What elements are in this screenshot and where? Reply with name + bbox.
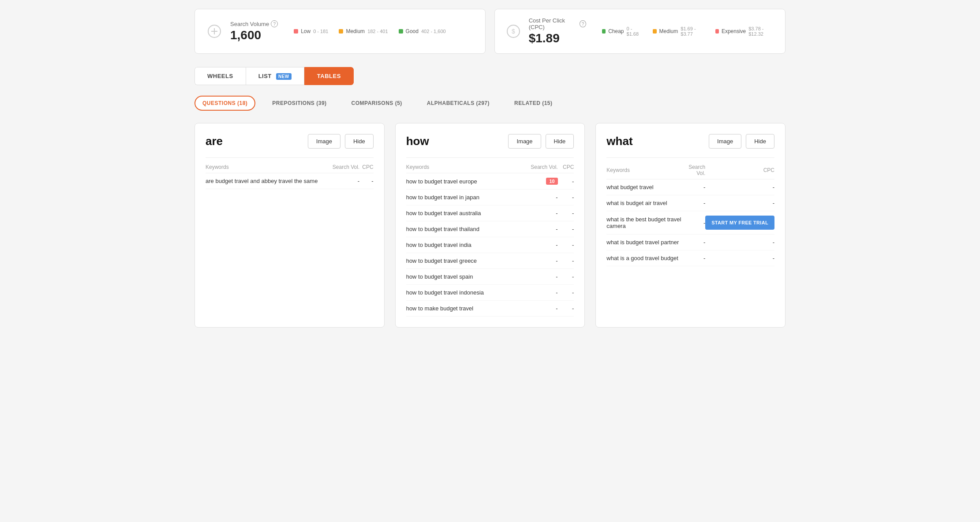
table-row: what budget travel - - — [606, 179, 774, 195]
card-what-word: what — [606, 134, 632, 148]
keyword-how-0: how to budget travel europe — [406, 173, 519, 190]
card-how-divider — [406, 157, 574, 158]
vol-what-4: - — [681, 250, 706, 266]
keyword-what-2: what is the best budget travel camera — [606, 211, 681, 235]
cpc-how-5: - — [558, 253, 574, 269]
legend-medium-cpc: Medium $1.69 - $3.77 — [653, 26, 704, 37]
cpc-what-3: - — [705, 235, 774, 250]
tab-tables[interactable]: TABLES — [304, 67, 354, 85]
cpc-what-2: START MY FREE TRIAL — [705, 211, 774, 235]
card-what-table: Keywords Search Vol. CPC what budget tra… — [606, 161, 774, 266]
cpc-what-1: - — [705, 195, 774, 211]
card-how-header: how Image Hide — [406, 134, 574, 149]
table-row: how to budget travel europe 10 - — [406, 173, 574, 190]
card-are-actions: Image Hide — [308, 134, 374, 149]
col-keywords-how: Keywords — [406, 161, 519, 173]
cpc-are-1: - — [359, 173, 373, 189]
vol-what-0: - — [681, 179, 706, 195]
vol-how-6: - — [519, 269, 558, 285]
card-are-image-btn[interactable]: Image — [308, 134, 340, 149]
table-row: how to budget travel australia - - — [406, 205, 574, 221]
col-keywords-are: Keywords — [206, 161, 326, 173]
search-volume-card: Search Volume ? 1,600 Low 0 - 181 Medium… — [195, 9, 486, 54]
tab-wheels[interactable]: WHEELS — [195, 67, 246, 85]
search-volume-label: Search Volume ? — [230, 20, 278, 27]
keyword-how-1: how to budget travel in japan — [406, 190, 519, 205]
vol-how-5: - — [519, 253, 558, 269]
keyword-what-3: what is budget travel partner — [606, 235, 681, 250]
cpc-how-6: - — [558, 269, 574, 285]
col-vol-are: Search Vol. — [326, 161, 359, 173]
vol-how-0: 10 — [519, 173, 558, 190]
cpc-what-0: - — [705, 179, 774, 195]
cpc-how-2: - — [558, 205, 574, 221]
search-volume-icon — [206, 22, 223, 40]
table-row: how to budget travel india - - — [406, 237, 574, 253]
vol-how-3: - — [519, 221, 558, 237]
cpc-how-8: - — [558, 301, 574, 317]
cpc-how-1: - — [558, 190, 574, 205]
stats-bar: Search Volume ? 1,600 Low 0 - 181 Medium… — [195, 9, 785, 54]
vol-how-7: - — [519, 285, 558, 301]
keyword-what-1: what is budget air travel — [606, 195, 681, 211]
card-are-header: are Image Hide — [206, 134, 374, 149]
table-row: what is a good travel budget - - — [606, 250, 774, 266]
cpc-what-4: - — [705, 250, 774, 266]
legend-medium-cpc-dot — [653, 29, 656, 34]
vol-how-2: - — [519, 205, 558, 221]
card-are-divider — [206, 157, 374, 158]
filter-prepositions[interactable]: PREPOSITIONS (39) — [264, 96, 334, 111]
table-row: how to budget travel spain - - — [406, 269, 574, 285]
card-what-hide-btn[interactable]: Hide — [746, 134, 774, 149]
table-row: how to budget travel in japan - - — [406, 190, 574, 205]
cpc-card: $ Cost Per Click (CPC) ? $1.89 Cheap 0 -… — [494, 9, 785, 54]
filter-comparisons[interactable]: COMPARISONS (5) — [344, 96, 410, 111]
tab-list-new-badge: NEW — [276, 73, 292, 80]
keyword-what-4: what is a good travel budget — [606, 250, 681, 266]
col-cpc-how: CPC — [558, 161, 574, 173]
card-what-divider — [606, 157, 774, 158]
cpc-icon: $ — [505, 22, 522, 40]
legend-cheap: Cheap 0 - $1.68 — [602, 26, 642, 37]
keyword-how-6: how to budget travel spain — [406, 269, 519, 285]
search-volume-value: 1,600 — [230, 28, 278, 42]
legend-cheap-dot — [602, 29, 606, 34]
table-row: what is the best budget travel camera - … — [606, 211, 774, 235]
legend-good-vol-dot — [399, 29, 403, 34]
col-vol-what: Search Vol. — [681, 161, 706, 179]
tab-list[interactable]: LIST NEW — [246, 67, 304, 85]
vol-what-3: - — [681, 235, 706, 250]
search-volume-main: Search Volume ? 1,600 — [230, 20, 278, 42]
legend-low-dot — [294, 29, 298, 34]
search-volume-help-icon[interactable]: ? — [271, 20, 278, 27]
cpc-how-4: - — [558, 237, 574, 253]
filter-questions[interactable]: QUESTIONS (18) — [195, 96, 255, 111]
filter-related[interactable]: RELATED (15) — [506, 96, 560, 111]
card-how-table: Keywords Search Vol. CPC how to budget t… — [406, 161, 574, 317]
vol-how-1: - — [519, 190, 558, 205]
cpc-how-7: - — [558, 285, 574, 301]
table-row: how to budget travel indonesia - - — [406, 285, 574, 301]
col-vol-how: Search Vol. — [519, 161, 558, 173]
vol-what-2: - — [681, 211, 706, 235]
cpc-label: Cost Per Click (CPC) ? — [529, 17, 586, 30]
cpc-how-3: - — [558, 221, 574, 237]
cpc-help-icon[interactable]: ? — [580, 20, 586, 27]
col-cpc-what: CPC — [705, 161, 774, 179]
legend-medium-vol: Medium 182 - 401 — [339, 28, 388, 34]
vol-are-1: - — [326, 173, 359, 189]
keyword-what-0: what budget travel — [606, 179, 681, 195]
filter-alphabeticals[interactable]: ALPHABETICALS (297) — [419, 96, 497, 111]
cards-grid: are Image Hide Keywords Search Vol. CPC — [195, 123, 785, 328]
card-what-image-btn[interactable]: Image — [709, 134, 741, 149]
table-row: how to make budget travel - - — [406, 301, 574, 317]
card-what: what Image Hide Keywords Search Vol. CPC — [595, 123, 785, 328]
legend-medium-vol-dot — [339, 29, 343, 34]
search-volume-legend: Low 0 - 181 Medium 182 - 401 Good 402 - … — [294, 28, 445, 34]
card-are-hide-btn[interactable]: Hide — [345, 134, 374, 149]
card-what-header-row: Keywords Search Vol. CPC — [606, 161, 774, 179]
card-how-hide-btn[interactable]: Hide — [546, 134, 574, 149]
keyword-are-1: are budget travel and abbey travel the s… — [206, 173, 326, 189]
start-trial-button[interactable]: START MY FREE TRIAL — [705, 216, 774, 230]
card-how-image-btn[interactable]: Image — [508, 134, 541, 149]
